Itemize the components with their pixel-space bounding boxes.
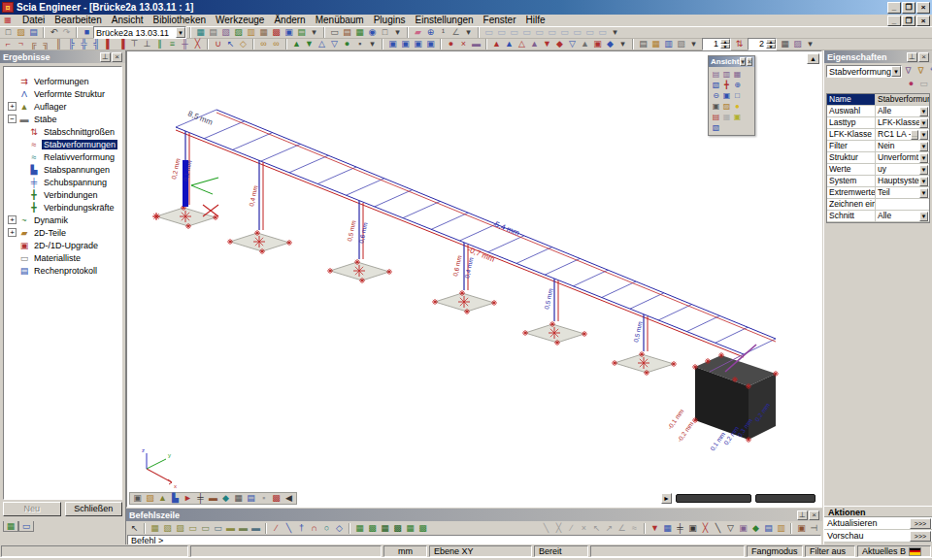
tree-item-stabspannungen[interactable]: ▙Stabspannungen	[4, 163, 121, 176]
light-icon[interactable]: ●	[732, 101, 743, 112]
restore-icon[interactable]: ❐	[902, 2, 915, 14]
pin-icon[interactable]: ⊥	[907, 52, 917, 62]
tree-item-verformungen[interactable]: ⇉Verformungen	[4, 75, 121, 87]
calculator-icon[interactable]: ▦	[649, 39, 662, 49]
project-settings-icon[interactable]: ■	[81, 27, 93, 38]
dropdown-icon[interactable]: ▼	[919, 118, 928, 128]
snap-point-icon[interactable]: ◆	[749, 523, 762, 534]
tab-window-icon[interactable]: ▭	[18, 521, 34, 532]
snap-ortho-icon[interactable]: ▣	[686, 523, 699, 534]
wall-icon[interactable]: ╬	[78, 39, 90, 49]
table-composer-icon[interactable]: ▣	[283, 27, 295, 38]
rib-icon[interactable]: ║	[52, 39, 65, 49]
chevron-down-icon[interactable]: ▾	[740, 57, 746, 66]
ucs-icon[interactable]: ▦	[149, 523, 161, 534]
expander-icon[interactable]: +	[8, 215, 17, 224]
dropdown-icon[interactable]: ▼	[919, 142, 928, 151]
snap-a-icon[interactable]: ╲	[540, 523, 552, 534]
load-surface-icon[interactable]: △	[316, 39, 328, 49]
tree-item-2d-teile[interactable]: +▰2D-Teile	[4, 226, 121, 239]
expander-icon[interactable]: +	[8, 228, 17, 237]
eraser-icon[interactable]: ▰	[412, 27, 424, 38]
snap-g-icon[interactable]: ∠	[616, 523, 628, 534]
pointer-select-icon[interactable]: ↖	[224, 39, 237, 49]
chart-icon[interactable]: ●	[905, 79, 917, 89]
dropdown-icon[interactable]: ▼	[919, 188, 928, 198]
open-small-icon[interactable]: ▨	[144, 493, 156, 504]
zoom-out-icon[interactable]: ⊖	[711, 90, 721, 101]
tree-item-verbindungskraefte[interactable]: ╋Verbindungskräfte	[4, 201, 121, 214]
engineering-report-icon[interactable]: ▦	[194, 27, 207, 38]
collapse-left-icon[interactable]: ◀	[283, 493, 295, 504]
load-display-icon[interactable]: ▩	[270, 493, 283, 504]
view-frame-10-icon[interactable]: ▭	[596, 27, 609, 38]
view-side-icon[interactable]: ▦	[732, 69, 743, 80]
mesh-icon[interactable]: ▥	[662, 39, 675, 49]
grid-line-icon[interactable]: ▬	[237, 523, 250, 534]
horizontal-scrollbar[interactable]: ►	[661, 493, 816, 504]
shell-icon[interactable]: ╣	[90, 39, 103, 49]
pointer-icon[interactable]: ↖	[128, 523, 141, 534]
weld-icon[interactable]: ●	[445, 39, 457, 49]
close-icon[interactable]: ×	[809, 511, 819, 520]
haunch-icon[interactable]: ╗	[40, 39, 52, 49]
dot-grid-icon[interactable]: ▣	[795, 523, 808, 534]
tree-item-dynamik[interactable]: +~Dynamik	[4, 214, 121, 226]
solver-setup-icon[interactable]: ▧	[675, 39, 687, 49]
support-line-icon[interactable]: ▲	[528, 39, 541, 49]
property-value[interactable]: RC1 LA - Ver	[876, 129, 911, 140]
pin-icon[interactable]: ⊥	[100, 52, 111, 62]
view-frame-4-icon[interactable]: ▭	[520, 27, 533, 38]
load-point-icon[interactable]: ▲	[290, 39, 303, 49]
support-fixed-icon[interactable]: ▲	[490, 39, 503, 49]
close-button[interactable]: Schließen	[65, 502, 123, 516]
pin-icon[interactable]: ⊥	[797, 511, 808, 520]
snap-midpoint-icon[interactable]: ╪	[674, 523, 686, 534]
pencil-icon[interactable]: ✎	[927, 66, 932, 77]
ellipsis-button[interactable]: …	[911, 130, 918, 140]
snap-cursor-icon[interactable]: ▼	[649, 523, 661, 534]
truss-icon[interactable]: ∥	[153, 39, 166, 49]
panel-3-icon[interactable]: ▣	[412, 39, 424, 49]
mdi-minimize-icon[interactable]: _	[887, 16, 901, 26]
snap-grid-icon[interactable]: ▦	[661, 523, 674, 534]
dot-icon[interactable]: ▪	[257, 493, 270, 504]
polyline-icon[interactable]: ╲	[283, 523, 295, 534]
property-value[interactable]: Alle	[876, 211, 919, 221]
more-icon[interactable]: ▾	[687, 39, 700, 49]
snap-arc-icon[interactable]: ▥	[775, 523, 787, 534]
angle-tool-icon[interactable]: ∠	[449, 27, 462, 38]
node-icon[interactable]: ⊤	[128, 39, 141, 49]
export-table-icon[interactable]: ▭	[917, 79, 930, 89]
load-case-icon[interactable]: ▪	[353, 39, 366, 49]
view-settings-icon[interactable]: ▧	[711, 122, 721, 133]
shading-icon[interactable]: ▦	[721, 112, 732, 122]
menu-item-einstellungen[interactable]: Einstellungen	[411, 15, 479, 26]
menu-item-fenster[interactable]: Fenster	[479, 15, 521, 26]
intersect-icon[interactable]: ╳	[191, 39, 204, 49]
tree-item-verbindungen[interactable]: ╋Verbindungen	[4, 188, 121, 201]
view-frame-9-icon[interactable]: ▭	[583, 27, 596, 38]
tree-item-relativverformung[interactable]: ≈Relativverformung	[4, 150, 121, 163]
load-line-icon[interactable]: ▼	[303, 39, 316, 49]
image-gallery-icon[interactable]: ▦	[353, 27, 366, 38]
tree-item-verformte-struktur[interactable]: ΛVerformte Struktur	[4, 87, 121, 100]
more-icon[interactable]: ▾	[391, 27, 404, 38]
scrollbar-thumb[interactable]	[755, 494, 816, 503]
more-icon[interactable]: ▾	[804, 39, 816, 49]
supports-toggle-icon[interactable]: ▲	[156, 493, 169, 504]
view-frame-1-icon[interactable]: ▭	[483, 27, 495, 38]
status-language[interactable]: Aktuelles B	[857, 545, 931, 557]
snap-intersection-icon[interactable]: ╳	[699, 523, 712, 534]
save-project-icon[interactable]: ▤	[27, 27, 40, 38]
menu-item-hilfe[interactable]: Hilfe	[520, 15, 549, 26]
panel-2-icon[interactable]: ▣	[399, 39, 412, 49]
support-roller-icon[interactable]: △	[516, 39, 528, 49]
rectangle-icon[interactable]: ◇	[333, 523, 346, 534]
title-bar[interactable]: ¤ Scia Engineer - [Brücke2a 13.03.11 : 1…	[0, 0, 932, 15]
zoom-tool-icon[interactable]: ⊕	[424, 27, 437, 38]
gallery-icon[interactable]: ▧	[219, 27, 232, 38]
expander-icon[interactable]: +	[8, 102, 17, 111]
snap-h-icon[interactable]: ≈	[628, 523, 641, 534]
support-hinged-icon[interactable]: ▲	[503, 39, 516, 49]
